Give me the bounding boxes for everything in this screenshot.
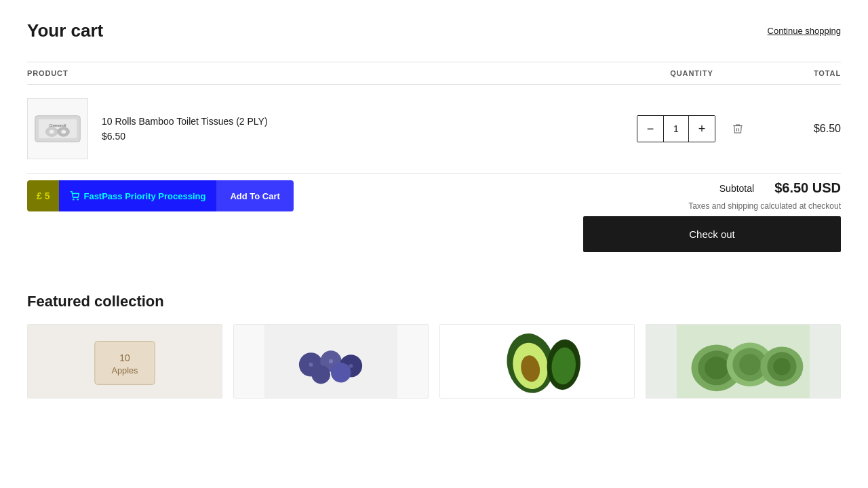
fastpass-badge: £ 5: [27, 180, 59, 211]
product-card-blueberries[interactable]: [233, 324, 429, 399]
item-name: 10 Rolls Bamboo Toilet Tissues (2 PLY): [102, 116, 268, 127]
item-details: 10 Rolls Bamboo Toilet Tissues (2 PLY) $…: [102, 116, 268, 142]
cart-column-headers: PRODUCT QUANTITY TOTAL: [27, 62, 841, 85]
cart-icon: [70, 191, 79, 201]
checkout-area: Subtotal $6.50 USD Taxes and shipping ca…: [583, 180, 841, 252]
fastpass-add-to-cart-button[interactable]: Add To Cart: [216, 180, 293, 211]
svg-point-21: [329, 359, 333, 363]
item-price: $6.50: [102, 131, 268, 142]
col-quantity-label: QUANTITY: [624, 69, 760, 77]
page-title: Your cart: [27, 20, 103, 41]
svg-text:Cheeseroll: Cheeseroll: [49, 123, 66, 127]
col-total-label: TOTAL: [760, 69, 841, 77]
featured-section: Featured collection 10 Apples: [27, 279, 841, 412]
svg-point-5: [50, 130, 54, 134]
product-image-svg: Cheeseroll BAMBOO: [34, 108, 81, 149]
checkout-button[interactable]: Check out: [583, 216, 841, 252]
product-card-apples[interactable]: 10 Apples: [27, 324, 222, 399]
subtotal-label: Subtotal: [719, 183, 754, 194]
fastpass-widget: £ 5 FastPass Priority Processing Add To …: [27, 180, 294, 211]
svg-point-22: [349, 364, 353, 368]
svg-point-7: [61, 130, 66, 134]
decrease-quantity-button[interactable]: −: [637, 116, 663, 142]
item-total: $6.50: [760, 123, 841, 135]
quantity-stepper: − 1 +: [637, 115, 715, 142]
svg-point-8: [73, 199, 74, 200]
svg-point-18: [312, 365, 330, 384]
increase-quantity-button[interactable]: +: [689, 116, 715, 142]
quantity-value: 1: [663, 116, 689, 142]
svg-point-9: [78, 199, 79, 200]
product-card-avocado[interactable]: [439, 324, 635, 399]
featured-grid: 10 Apples: [27, 324, 841, 399]
svg-point-38: [773, 358, 791, 375]
quantity-area: − 1 +: [624, 115, 760, 142]
svg-text:10: 10: [119, 353, 130, 363]
subtotal-row: Subtotal $6.50 USD: [719, 180, 841, 196]
action-section: £ 5 FastPass Priority Processing Add To …: [27, 174, 841, 279]
cart-item: Cheeseroll BAMBOO 10 Rolls Bamboo Toilet…: [27, 85, 841, 174]
svg-text:Apples: Apples: [112, 365, 138, 375]
tax-note: Taxes and shipping calculated at checkou…: [688, 201, 841, 211]
apples-image: 10 Apples: [28, 325, 222, 398]
avocado-image: [440, 325, 634, 398]
col-product-label: PRODUCT: [27, 69, 624, 77]
subtotal-value: $6.50 USD: [774, 180, 841, 196]
delete-item-button[interactable]: [729, 120, 747, 138]
svg-point-19: [331, 363, 351, 382]
item-image: Cheeseroll BAMBOO: [27, 98, 88, 159]
product-card-cabbage[interactable]: [646, 324, 841, 399]
svg-point-32: [705, 357, 728, 379]
continue-shopping-link[interactable]: Continue shopping: [768, 26, 841, 36]
featured-title: Featured collection: [27, 293, 841, 310]
trash-icon: [732, 123, 744, 135]
blueberries-image: [234, 325, 428, 398]
fastpass-label-text: FastPass Priority Processing: [83, 191, 205, 201]
cabbage-image: [646, 325, 840, 398]
fastpass-label: FastPass Priority Processing: [59, 180, 216, 211]
svg-point-20: [309, 363, 313, 367]
svg-point-35: [739, 354, 760, 375]
item-info: Cheeseroll BAMBOO 10 Rolls Bamboo Toilet…: [27, 98, 624, 159]
